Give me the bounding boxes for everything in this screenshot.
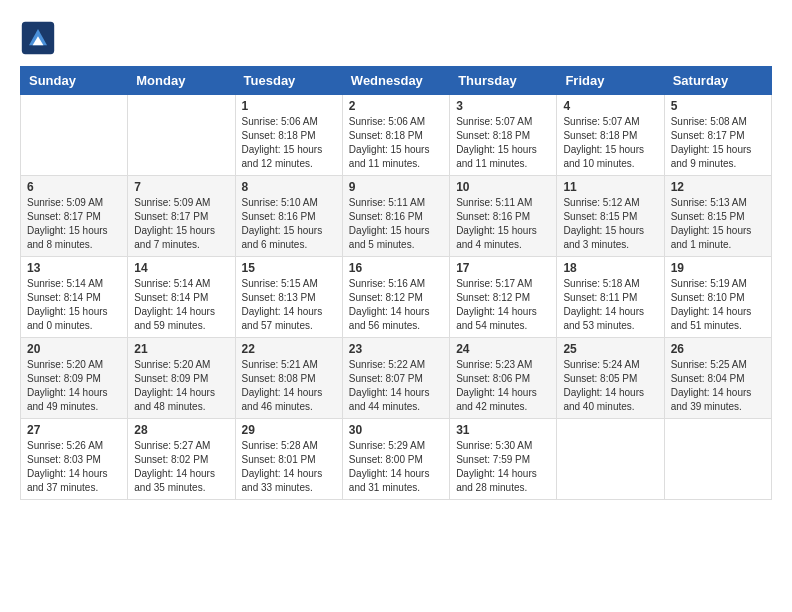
- day-info: Sunrise: 5:23 AM Sunset: 8:06 PM Dayligh…: [456, 358, 550, 414]
- calendar-week-row: 13Sunrise: 5:14 AM Sunset: 8:14 PM Dayli…: [21, 257, 772, 338]
- calendar-cell: 3Sunrise: 5:07 AM Sunset: 8:18 PM Daylig…: [450, 95, 557, 176]
- calendar-cell: 20Sunrise: 5:20 AM Sunset: 8:09 PM Dayli…: [21, 338, 128, 419]
- calendar-cell: 12Sunrise: 5:13 AM Sunset: 8:15 PM Dayli…: [664, 176, 771, 257]
- calendar-cell: [557, 419, 664, 500]
- calendar-week-row: 1Sunrise: 5:06 AM Sunset: 8:18 PM Daylig…: [21, 95, 772, 176]
- calendar-day-header: Saturday: [664, 67, 771, 95]
- calendar-cell: [664, 419, 771, 500]
- calendar-cell: 23Sunrise: 5:22 AM Sunset: 8:07 PM Dayli…: [342, 338, 449, 419]
- calendar-cell: 25Sunrise: 5:24 AM Sunset: 8:05 PM Dayli…: [557, 338, 664, 419]
- day-number: 13: [27, 261, 121, 275]
- calendar-cell: 10Sunrise: 5:11 AM Sunset: 8:16 PM Dayli…: [450, 176, 557, 257]
- calendar-cell: 6Sunrise: 5:09 AM Sunset: 8:17 PM Daylig…: [21, 176, 128, 257]
- calendar-cell: [128, 95, 235, 176]
- day-number: 2: [349, 99, 443, 113]
- day-info: Sunrise: 5:14 AM Sunset: 8:14 PM Dayligh…: [27, 277, 121, 333]
- calendar-cell: 8Sunrise: 5:10 AM Sunset: 8:16 PM Daylig…: [235, 176, 342, 257]
- calendar-day-header: Monday: [128, 67, 235, 95]
- day-info: Sunrise: 5:07 AM Sunset: 8:18 PM Dayligh…: [563, 115, 657, 171]
- calendar-cell: 30Sunrise: 5:29 AM Sunset: 8:00 PM Dayli…: [342, 419, 449, 500]
- calendar-day-header: Friday: [557, 67, 664, 95]
- calendar-week-row: 20Sunrise: 5:20 AM Sunset: 8:09 PM Dayli…: [21, 338, 772, 419]
- calendar-cell: 17Sunrise: 5:17 AM Sunset: 8:12 PM Dayli…: [450, 257, 557, 338]
- day-number: 19: [671, 261, 765, 275]
- day-info: Sunrise: 5:27 AM Sunset: 8:02 PM Dayligh…: [134, 439, 228, 495]
- calendar-week-row: 27Sunrise: 5:26 AM Sunset: 8:03 PM Dayli…: [21, 419, 772, 500]
- calendar-cell: 18Sunrise: 5:18 AM Sunset: 8:11 PM Dayli…: [557, 257, 664, 338]
- day-info: Sunrise: 5:20 AM Sunset: 8:09 PM Dayligh…: [27, 358, 121, 414]
- calendar-cell: 28Sunrise: 5:27 AM Sunset: 8:02 PM Dayli…: [128, 419, 235, 500]
- day-info: Sunrise: 5:14 AM Sunset: 8:14 PM Dayligh…: [134, 277, 228, 333]
- day-info: Sunrise: 5:12 AM Sunset: 8:15 PM Dayligh…: [563, 196, 657, 252]
- calendar-cell: 11Sunrise: 5:12 AM Sunset: 8:15 PM Dayli…: [557, 176, 664, 257]
- calendar-cell: 31Sunrise: 5:30 AM Sunset: 7:59 PM Dayli…: [450, 419, 557, 500]
- day-info: Sunrise: 5:22 AM Sunset: 8:07 PM Dayligh…: [349, 358, 443, 414]
- day-number: 6: [27, 180, 121, 194]
- day-number: 21: [134, 342, 228, 356]
- page-header: [20, 20, 772, 56]
- day-number: 27: [27, 423, 121, 437]
- calendar-day-header: Thursday: [450, 67, 557, 95]
- calendar-cell: 7Sunrise: 5:09 AM Sunset: 8:17 PM Daylig…: [128, 176, 235, 257]
- calendar-cell: 5Sunrise: 5:08 AM Sunset: 8:17 PM Daylig…: [664, 95, 771, 176]
- day-number: 26: [671, 342, 765, 356]
- day-info: Sunrise: 5:07 AM Sunset: 8:18 PM Dayligh…: [456, 115, 550, 171]
- calendar-day-header: Sunday: [21, 67, 128, 95]
- day-number: 14: [134, 261, 228, 275]
- day-info: Sunrise: 5:06 AM Sunset: 8:18 PM Dayligh…: [349, 115, 443, 171]
- calendar-week-row: 6Sunrise: 5:09 AM Sunset: 8:17 PM Daylig…: [21, 176, 772, 257]
- day-number: 29: [242, 423, 336, 437]
- logo-icon: [20, 20, 56, 56]
- calendar-day-header: Wednesday: [342, 67, 449, 95]
- day-number: 25: [563, 342, 657, 356]
- day-number: 11: [563, 180, 657, 194]
- day-number: 23: [349, 342, 443, 356]
- day-info: Sunrise: 5:21 AM Sunset: 8:08 PM Dayligh…: [242, 358, 336, 414]
- calendar-cell: 13Sunrise: 5:14 AM Sunset: 8:14 PM Dayli…: [21, 257, 128, 338]
- calendar-cell: 4Sunrise: 5:07 AM Sunset: 8:18 PM Daylig…: [557, 95, 664, 176]
- calendar-cell: 22Sunrise: 5:21 AM Sunset: 8:08 PM Dayli…: [235, 338, 342, 419]
- day-info: Sunrise: 5:20 AM Sunset: 8:09 PM Dayligh…: [134, 358, 228, 414]
- day-info: Sunrise: 5:29 AM Sunset: 8:00 PM Dayligh…: [349, 439, 443, 495]
- day-number: 3: [456, 99, 550, 113]
- day-info: Sunrise: 5:09 AM Sunset: 8:17 PM Dayligh…: [27, 196, 121, 252]
- day-number: 22: [242, 342, 336, 356]
- calendar-day-header: Tuesday: [235, 67, 342, 95]
- calendar-cell: 9Sunrise: 5:11 AM Sunset: 8:16 PM Daylig…: [342, 176, 449, 257]
- day-info: Sunrise: 5:06 AM Sunset: 8:18 PM Dayligh…: [242, 115, 336, 171]
- calendar-cell: 1Sunrise: 5:06 AM Sunset: 8:18 PM Daylig…: [235, 95, 342, 176]
- day-number: 28: [134, 423, 228, 437]
- day-number: 31: [456, 423, 550, 437]
- day-number: 5: [671, 99, 765, 113]
- calendar-cell: 16Sunrise: 5:16 AM Sunset: 8:12 PM Dayli…: [342, 257, 449, 338]
- calendar-cell: [21, 95, 128, 176]
- day-info: Sunrise: 5:18 AM Sunset: 8:11 PM Dayligh…: [563, 277, 657, 333]
- calendar-cell: 2Sunrise: 5:06 AM Sunset: 8:18 PM Daylig…: [342, 95, 449, 176]
- calendar-table: SundayMondayTuesdayWednesdayThursdayFrid…: [20, 66, 772, 500]
- calendar-cell: 26Sunrise: 5:25 AM Sunset: 8:04 PM Dayli…: [664, 338, 771, 419]
- day-info: Sunrise: 5:11 AM Sunset: 8:16 PM Dayligh…: [456, 196, 550, 252]
- day-number: 18: [563, 261, 657, 275]
- day-info: Sunrise: 5:13 AM Sunset: 8:15 PM Dayligh…: [671, 196, 765, 252]
- day-number: 30: [349, 423, 443, 437]
- calendar-cell: 27Sunrise: 5:26 AM Sunset: 8:03 PM Dayli…: [21, 419, 128, 500]
- day-number: 8: [242, 180, 336, 194]
- day-info: Sunrise: 5:16 AM Sunset: 8:12 PM Dayligh…: [349, 277, 443, 333]
- logo: [20, 20, 60, 56]
- day-number: 10: [456, 180, 550, 194]
- calendar-cell: 14Sunrise: 5:14 AM Sunset: 8:14 PM Dayli…: [128, 257, 235, 338]
- day-info: Sunrise: 5:17 AM Sunset: 8:12 PM Dayligh…: [456, 277, 550, 333]
- day-info: Sunrise: 5:19 AM Sunset: 8:10 PM Dayligh…: [671, 277, 765, 333]
- day-info: Sunrise: 5:24 AM Sunset: 8:05 PM Dayligh…: [563, 358, 657, 414]
- day-number: 16: [349, 261, 443, 275]
- day-number: 7: [134, 180, 228, 194]
- day-info: Sunrise: 5:11 AM Sunset: 8:16 PM Dayligh…: [349, 196, 443, 252]
- day-number: 20: [27, 342, 121, 356]
- day-info: Sunrise: 5:26 AM Sunset: 8:03 PM Dayligh…: [27, 439, 121, 495]
- day-number: 24: [456, 342, 550, 356]
- day-info: Sunrise: 5:15 AM Sunset: 8:13 PM Dayligh…: [242, 277, 336, 333]
- day-info: Sunrise: 5:08 AM Sunset: 8:17 PM Dayligh…: [671, 115, 765, 171]
- calendar-cell: 29Sunrise: 5:28 AM Sunset: 8:01 PM Dayli…: [235, 419, 342, 500]
- day-number: 12: [671, 180, 765, 194]
- day-info: Sunrise: 5:28 AM Sunset: 8:01 PM Dayligh…: [242, 439, 336, 495]
